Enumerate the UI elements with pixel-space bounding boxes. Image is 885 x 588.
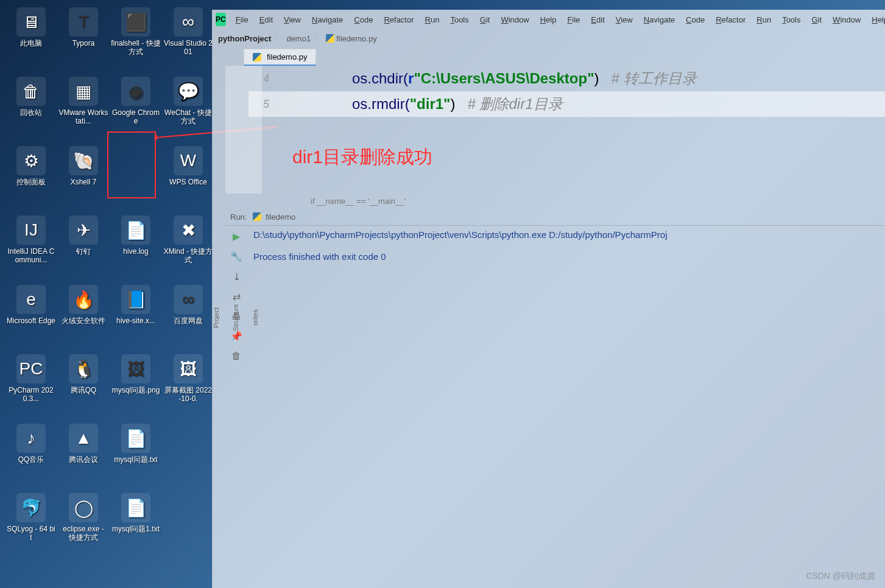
app-icon: 🐬 — [16, 493, 46, 522]
menu-navigate[interactable]: Navigate — [307, 13, 348, 27]
menu-code[interactable]: Code — [349, 13, 378, 27]
icon-label: Xshell 7 — [71, 178, 97, 186]
desktop-icon[interactable]: ∞Visual Studio 201 — [162, 5, 214, 73]
icon-label: 钉钉 — [76, 247, 91, 256]
desktop-icon[interactable]: 🖼屏幕截图 2022-10-0. — [162, 352, 214, 420]
icon-label: SQLyog - 64 bit — [6, 525, 56, 542]
menu-refactor[interactable]: Refactor — [379, 13, 418, 27]
menu-run[interactable]: Run — [752, 13, 776, 27]
menu-file[interactable]: File — [562, 13, 585, 27]
crumb-folder[interactable]: demo1 — [286, 34, 311, 43]
app-icon: ⚙ — [16, 146, 46, 175]
app-icon: 🖼 — [174, 354, 203, 383]
app-icon: 📘 — [121, 285, 150, 314]
code-context-crumb[interactable]: if __name__ == '__main__' — [225, 194, 885, 208]
desktop-icon[interactable]: ◯eclipse.exe - 快捷方式 — [57, 491, 110, 559]
desktop-icon[interactable]: 📄mysql问题1.txt — [110, 491, 162, 559]
desktop-icon[interactable]: IJIntelliJ IDEA Communi... — [5, 213, 57, 281]
menu-edit[interactable]: Edit — [255, 13, 278, 27]
desktop-icon[interactable]: ⚙控制面板 — [5, 144, 57, 212]
desktop-icon[interactable]: 🔥火绒安全软件 — [57, 282, 110, 351]
app-icon: ✈ — [69, 215, 98, 245]
desktop-icon[interactable]: 📄mysql问题.txt — [110, 421, 162, 489]
app-icon: 📄 — [121, 424, 150, 453]
menu-run[interactable]: Run — [420, 13, 445, 27]
icon-label: mysql问题.png — [112, 386, 160, 394]
menu-view[interactable]: View — [611, 13, 638, 27]
crumb-project[interactable]: pythonProject — [218, 34, 271, 43]
desktop-icon[interactable]: PCPyCharm 2020.3... — [5, 352, 57, 420]
menu-file[interactable]: File — [231, 13, 253, 27]
code-line-5[interactable]: 5 os.rmdir("dir1") # 删除dir1目录 — [249, 91, 885, 117]
app-icon: IJ — [16, 215, 46, 245]
desktop-icon[interactable]: 🐧腾讯QQ — [57, 352, 110, 420]
icon-label: Microsoft Edge — [7, 317, 55, 325]
sidebar-tab-project[interactable]: Project — [213, 54, 220, 582]
desktop-icon[interactable]: 📄hive.log — [110, 213, 162, 281]
run-config-name[interactable]: filedemo — [253, 212, 295, 222]
app-icon: 🗑 — [16, 77, 46, 106]
menu-git[interactable]: Git — [475, 13, 495, 27]
menu-view[interactable]: View — [279, 13, 306, 27]
desktop-icon[interactable]: TTypora — [57, 5, 110, 73]
icon-label: hive.log — [123, 247, 148, 256]
desktop-icon[interactable]: ⬛finalshell - 快捷方式 — [110, 5, 162, 73]
editor-tabs: filedemo.py — [225, 47, 885, 66]
desktop-icon[interactable]: ✖XMind - 快捷方式 — [162, 213, 214, 281]
menu-tools[interactable]: Tools — [777, 13, 805, 27]
desktop-icon[interactable]: 📘hive-site.x... — [110, 282, 162, 351]
desktop-icons-grid: 🖥此电脑TTypora⬛finalshell - 快捷方式∞Visual Stu… — [5, 5, 214, 559]
desktop-icon[interactable]: 🖥此电脑 — [5, 5, 57, 73]
app-icon: ▦ — [69, 77, 98, 106]
crumb-file[interactable]: filedemo.py — [326, 34, 376, 43]
icon-label: 火绒安全软件 — [62, 317, 105, 325]
run-console-output[interactable]: D:\study\python\PycharmProjects\pythonPr… — [247, 226, 885, 588]
desktop-icon[interactable]: ▦VMware Workstati... — [57, 74, 110, 142]
desktop-icon[interactable]: 🖼mysql问题.png — [110, 352, 162, 420]
app-icon: ✖ — [174, 215, 203, 245]
desktop-icon[interactable]: ∞百度网盘 — [162, 282, 214, 351]
app-icon: ∞ — [174, 285, 203, 314]
annotation-highlight-box — [107, 131, 156, 198]
menu-refactor[interactable]: Refactor — [711, 13, 750, 27]
desktop-icon[interactable]: eMicrosoft Edge — [5, 282, 57, 351]
annotation-text: dir1目录删除成功 — [292, 145, 432, 170]
menu-window[interactable]: Window — [828, 13, 866, 27]
app-icon: ◉ — [121, 77, 150, 106]
icon-label: XMind - 快捷方式 — [163, 247, 213, 265]
menu-tools[interactable]: Tools — [445, 13, 473, 27]
menu-code[interactable]: Code — [681, 13, 710, 27]
menu-help[interactable]: Help — [535, 13, 562, 27]
icon-label: 此电脑 — [20, 39, 42, 47]
app-icon: ♪ — [16, 424, 46, 453]
desktop-icon[interactable]: WWPS Office — [162, 144, 214, 212]
desktop-icon[interactable]: 🐚Xshell 7 — [57, 144, 110, 212]
menu-git[interactable]: Git — [806, 13, 827, 27]
icon-label: mysql问题.txt — [114, 455, 157, 464]
menu-edit[interactable]: Edit — [586, 13, 609, 27]
desktop-icon[interactable]: ▲腾讯会议 — [57, 421, 110, 489]
breadcrumb: pythonProject 〉 demo1 〉 filedemo.py — [212, 29, 885, 47]
icon-label: 腾讯会议 — [69, 455, 98, 464]
app-icon: e — [16, 285, 46, 314]
code-line-4[interactable]: 4 os.chdir(r"C:\Users\ASUS\Desktop") # 转… — [249, 66, 885, 91]
code-editor[interactable]: 4 os.chdir(r"C:\Users\ASUS\Desktop") # 转… — [225, 66, 885, 194]
desktop-icon[interactable]: ♪QQ音乐 — [5, 421, 57, 489]
menu-navigate[interactable]: Navigate — [639, 13, 680, 27]
desktop-icon[interactable]: 🐬SQLyog - 64 bit — [5, 491, 57, 559]
menu-window[interactable]: Window — [496, 13, 534, 27]
icon-label: IntelliJ IDEA Communi... — [6, 247, 56, 265]
icon-label: mysql问题1.txt — [112, 525, 160, 533]
app-icon: PC — [16, 354, 46, 383]
menu-help[interactable]: Help — [867, 13, 885, 27]
icon-label: finalshell - 快捷方式 — [111, 39, 161, 57]
desktop-icon[interactable]: 🗑回收站 — [5, 74, 57, 142]
icon-label: PyCharm 2020.3... — [6, 386, 56, 404]
icon-label: 腾讯QQ — [71, 386, 97, 394]
left-tool-sidebar: Project Structure orites — [212, 47, 225, 588]
desktop-icon[interactable]: ✈钉钉 — [57, 213, 110, 281]
icon-label: 屏幕截图 2022-10-0. — [163, 386, 213, 404]
chevron-right-icon: 〉 — [314, 33, 322, 44]
icon-label: Visual Studio 201 — [163, 39, 213, 57]
app-icon: ◯ — [69, 493, 98, 522]
